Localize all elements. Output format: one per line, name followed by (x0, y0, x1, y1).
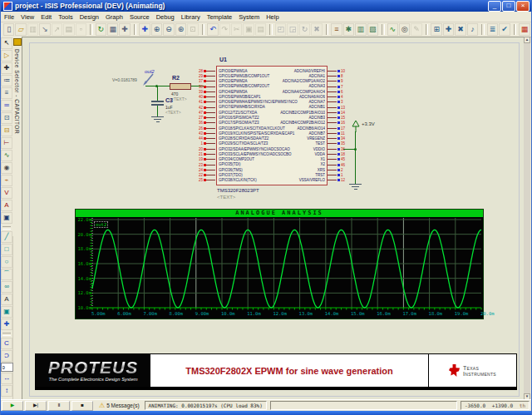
center-at-cursor-icon[interactable]: ✚ (139, 23, 150, 36)
rotate-clockwise-icon[interactable]: C (1, 338, 12, 349)
2d-path-icon[interactable]: ∞ (1, 281, 12, 293)
probe-name-label[interactable]: out2 (145, 69, 155, 74)
netlist-to-ares-icon[interactable]: ▦ (519, 23, 530, 36)
junction-dot-mode-icon[interactable]: ✚ (1, 62, 12, 74)
2d-line-icon[interactable]: ╱ (1, 231, 12, 243)
menu-system[interactable]: System (239, 13, 259, 21)
maximize-button[interactable]: □ (502, 1, 515, 12)
device-pin-mode-icon[interactable]: ⊢ (1, 137, 12, 149)
goto-sheet-icon[interactable]: ♪ (467, 23, 478, 36)
rotate-anticlockwise-icon[interactable]: Ɔ (1, 350, 12, 362)
menu-view[interactable]: View (21, 13, 34, 21)
2d-text-icon[interactable]: A (1, 294, 12, 305)
bill-of-materials-icon[interactable]: ≣ (487, 23, 498, 36)
chip-pin-right-1[interactable]: 1 (328, 173, 343, 178)
chip-pin-left-40[interactable]: 40 (195, 95, 215, 100)
chip-pin-left-41[interactable]: 41 (195, 100, 215, 105)
chip-pin-right-7[interactable]: 7 (328, 84, 343, 89)
chip-pin-right-34[interactable]: 34 (328, 136, 345, 141)
chip-pin-left-37[interactable]: 37 (195, 79, 215, 84)
chip-pin-right-16[interactable]: 16 (328, 121, 345, 126)
bus-mode-icon[interactable]: ═ (1, 100, 12, 111)
design-explorer-icon[interactable]: ⊞ (431, 23, 441, 36)
remove-sheet-icon[interactable]: ✖ (455, 23, 466, 36)
chip-pin-left-44[interactable]: 44 (195, 136, 215, 141)
electrical-rules-check-icon[interactable]: ✔ (499, 23, 510, 36)
2d-box-icon[interactable]: □ (1, 244, 12, 255)
scroll-up-icon[interactable]: ▲ (524, 37, 530, 43)
zoom-in-icon[interactable]: ⊕ (151, 23, 162, 36)
decompose-icon[interactable]: ▧ (367, 23, 378, 36)
chip-pin-left-28[interactable]: 28 (195, 68, 215, 73)
menu-graph[interactable]: Graph (106, 13, 123, 21)
wire-power-vertical[interactable] (355, 131, 356, 184)
chip-pin-right-35[interactable]: 35 (328, 141, 345, 146)
chip-pin-left-22[interactable]: 22 (195, 173, 215, 178)
chip-pin-left-43[interactable]: 43 (195, 131, 215, 136)
wire-to-capacitor[interactable] (157, 86, 158, 101)
chip-pin-right-18[interactable]: 18 (328, 152, 345, 157)
chip-pin-right-36[interactable]: 36 (328, 146, 345, 151)
power-rail-icon[interactable] (352, 121, 360, 132)
chip-pin-right-15[interactable]: 15 (328, 116, 345, 121)
stop-button[interactable]: ■ (71, 401, 93, 411)
minimize-button[interactable]: _ (488, 1, 501, 12)
pause-button[interactable]: Ⅱ (48, 401, 70, 411)
menu-source[interactable]: Source (130, 13, 150, 21)
wire-label-mode-icon[interactable]: ≔ (1, 75, 12, 86)
virtual-instruments-mode-icon[interactable]: ▣ (1, 212, 12, 224)
pick-device-icon[interactable]: ≡ (331, 23, 342, 36)
chip-pin-left-42[interactable]: 42 (195, 105, 215, 110)
menu-design[interactable]: Design (80, 13, 99, 21)
2d-arc-icon[interactable]: ⌒ (1, 269, 12, 280)
chip-pin-left-39[interactable]: 39 (195, 89, 215, 94)
graph-mode-icon[interactable]: ∿ (1, 150, 12, 161)
chip-pin-right-3[interactable]: 3 (328, 100, 343, 105)
terminal-mode-icon[interactable]: ⊟ (1, 125, 12, 136)
close-button[interactable]: × (516, 1, 530, 12)
menu-tools[interactable]: Tools (58, 13, 73, 21)
menu-debug[interactable]: Debug (156, 13, 175, 21)
chip-pin-left-24[interactable]: 24 (195, 167, 215, 172)
chip-pin-right-6[interactable]: 6 (328, 89, 343, 94)
packaging-tool-icon[interactable]: ▥ (355, 23, 366, 36)
analogue-analysis-graph[interactable]: ANALOGUE ANALYSIS 22.0m20.0m18.0m16.0m14… (75, 209, 484, 319)
generator-mode-icon[interactable]: ⌁ (1, 175, 12, 186)
chip-pin-left-23[interactable]: 23 (195, 162, 215, 167)
chip-part-label[interactable]: TMS320F28023PT (217, 188, 259, 193)
2d-circle-icon[interactable]: ○ (1, 256, 12, 268)
selection-pointer-icon[interactable]: ↖ (1, 37, 12, 49)
zoom-out-icon[interactable]: ⊖ (163, 23, 174, 36)
current-probe-mode-icon[interactable]: A (1, 200, 12, 211)
menu-file[interactable]: File (4, 13, 14, 21)
wire-autorouter-icon[interactable]: ∿ (387, 23, 398, 36)
component-mode-icon[interactable]: ▷ (1, 50, 12, 62)
chip-pin-right-14[interactable]: 14 (328, 110, 345, 115)
menu-library[interactable]: Library (181, 13, 200, 21)
capacitor-ref-label[interactable]: C3 (165, 97, 173, 103)
menu-help[interactable]: Help (266, 13, 278, 21)
chip-pin-right-10[interactable]: 10 (328, 68, 345, 73)
chip-pin-right-46[interactable]: 46 (328, 162, 345, 167)
chip-pin-right-4[interactable]: 4 (328, 95, 343, 100)
chip-pin-left-38[interactable]: 38 (195, 84, 215, 89)
chip-ref-label[interactable]: U1 (219, 57, 227, 62)
toggle-grid-icon[interactable]: ▦ (107, 23, 118, 36)
chip-pin-right-12[interactable]: 12 (328, 178, 345, 183)
title-bar[interactable]: project - ISIS Professional (DEV) (Anima… (1, 0, 531, 12)
chip-pin-left-26[interactable]: 26 (195, 126, 215, 131)
new-design-icon[interactable]: ▯ (3, 23, 14, 36)
vertical-scrollbar[interactable]: ▲ ▼ (524, 37, 530, 400)
message-count[interactable]: 5 Message(s) (106, 403, 139, 408)
false-origin-icon[interactable]: ✚ (119, 23, 130, 36)
make-device-icon[interactable]: ✱ (343, 23, 354, 36)
zoom-all-icon[interactable]: ⊛ (175, 23, 186, 36)
voltage-probe-mode-icon[interactable]: V (1, 187, 12, 199)
wire-capacitor-to-ground[interactable] (157, 106, 158, 116)
chip-pin-left-1[interactable]: 1 (195, 141, 215, 146)
menu-template[interactable]: Template (207, 13, 232, 21)
chip-pin-right-8[interactable]: 8 (328, 73, 343, 78)
chip-pin-right-9[interactable]: 9 (328, 79, 343, 84)
chip-pin-right-13[interactable]: 13 (328, 105, 345, 110)
text-script-mode-icon[interactable]: ≡ (1, 87, 12, 99)
